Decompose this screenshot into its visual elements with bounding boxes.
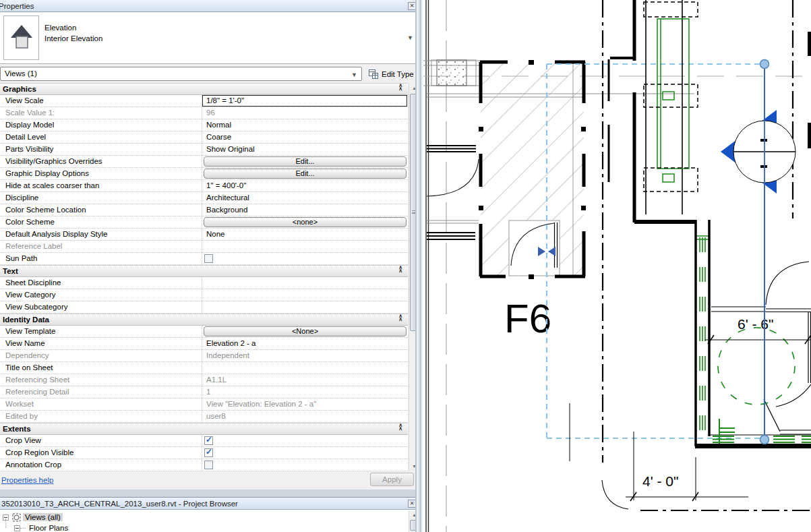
property-value-hide-at-scales-coarser-than[interactable]: 1" = 400'-0" [202,180,408,191]
property-value-graphic-display-options[interactable]: Edit... [202,168,408,179]
property-value-referencing-sheet: A1.1L [202,374,408,386]
extent-grip-top[interactable] [760,60,769,69]
annotation-crop-checkbox[interactable] [204,461,213,469]
property-label-annotation-crop: Annotation Crop [0,459,202,471]
section-header-extents[interactable]: Extents∧∧ [0,423,408,435]
property-label-view-category: View Category [0,289,202,301]
view-scale-input[interactable]: 1/8" = 1'-0" [202,95,407,107]
view-template-button[interactable]: <None> [204,326,407,336]
property-label-crop-view: Crop View [0,435,202,446]
collapse-chevron-icon[interactable]: ∧∧ [398,266,402,272]
dimension-lower-text[interactable]: 4' - 0" [642,473,678,489]
properties-titlebar[interactable]: Properties ✕ [0,0,419,12]
property-label-referencing-sheet: Referencing Sheet [0,374,202,386]
tree-expander-icon[interactable] [14,525,20,531]
properties-palette: Properties ✕ Elevation Interior Elevatio… [0,0,419,490]
property-row-referencing-detail: Referencing Detail1 [0,386,408,398]
property-value-crop-view[interactable]: ✓ [202,435,408,446]
property-value-display-model[interactable]: Normal [202,119,408,131]
property-value-sun-path[interactable] [202,253,408,264]
property-value-view-template[interactable]: <None> [202,326,408,337]
tree-item-floor-plans[interactable]: Floor Plans [14,523,70,532]
property-row-sun-path: Sun Path [0,253,408,265]
sun-path-checkbox[interactable] [204,254,213,263]
chevron-down-icon[interactable]: ▼ [407,34,413,41]
type-selector[interactable]: Elevation Interior Elevation ▼ [0,13,419,64]
crop-region-visible-checkbox[interactable]: ✓ [204,448,213,457]
tree-connector [5,519,6,528]
property-label-parts-visibility: Parts Visibility [0,144,202,155]
property-label-detail-level: Detail Level [0,131,202,143]
property-row-edited-by: Edited byuser8 [0,411,408,423]
property-label-view-name: View Name [0,338,202,349]
property-value-reference-label [202,241,408,252]
graphic-display-options-button[interactable]: Edit... [204,169,407,179]
property-value-sheet-discipline[interactable] [202,277,408,289]
collapse-chevron-icon[interactable]: ∧∧ [398,84,402,90]
property-row-workset: WorksetView "Elevation: Elevation 2 - a" [0,398,408,411]
property-value-default-analysis-display-style[interactable]: None [202,229,408,240]
color-scheme-button[interactable]: <none> [204,217,407,227]
selector-row: Views (1) ▼ Edit Type [0,65,419,82]
property-value-view-category[interactable] [202,289,408,301]
property-value-title-on-sheet[interactable] [202,362,408,374]
hatched-room[interactable] [479,60,586,279]
elevation-tag-label[interactable]: F6 [504,296,551,341]
property-row-detail-level: Detail LevelCoarse [0,131,408,144]
extent-grip-bottom[interactable] [760,436,769,444]
property-row-default-analysis-display-style: Default Analysis Display StyleNone [0,229,408,241]
property-label-hide-at-scales-coarser-than: Hide at scales coarser than [0,180,202,191]
property-row-hide-at-scales-coarser-than: Hide at scales coarser than1" = 400'-0" [0,180,408,192]
edit-type-button[interactable]: Edit Type [366,67,416,81]
crop-view-checkbox[interactable]: ✓ [204,436,213,445]
properties-grid: Graphics∧∧View Scale1/8" = 1'-0"Scale Va… [0,83,408,471]
property-row-dependency: DependencyIndependent [0,350,408,362]
drawing-canvas[interactable]: F6 [415,0,811,532]
property-row-scale-value: Scale Value 1:96 [0,107,408,119]
property-label-sheet-discipline: Sheet Discipline [0,277,202,289]
visibility-graphics-overrides-button[interactable]: Edit... [204,156,407,167]
property-label-dependency: Dependency [0,350,202,361]
property-label-visibility-graphics-overrides: Visibility/Graphics Overrides [0,156,202,167]
property-value-annotation-crop[interactable] [202,459,408,471]
property-value-view-name[interactable]: Elevation 2 - a [202,338,408,349]
property-value-discipline[interactable]: Architectural [202,192,408,204]
property-value-detail-level[interactable]: Coarse [202,131,408,143]
tree-item-label[interactable]: Floor Plans [27,524,70,532]
property-row-title-on-sheet: Title on Sheet [0,362,408,374]
chevron-down-icon: ▼ [351,71,357,78]
tree-item-views-all-[interactable]: Views (all) [3,512,63,523]
property-value-edited-by: user8 [202,411,408,422]
property-row-view-category: View Category [0,289,408,301]
property-label-view-template: View Template [0,326,202,337]
project-browser-titlebar[interactable]: 352013010_T3_ARCH_CENTRAL_2013_user8.rvt… [0,498,419,510]
section-header-graphics[interactable]: Graphics∧∧ [0,83,408,95]
property-value-visibility-graphics-overrides[interactable]: Edit... [202,156,408,167]
views-icon [11,512,22,523]
collapse-chevron-icon[interactable]: ∧∧ [398,423,402,430]
views-filter-combo[interactable]: Views (1) ▼ [0,67,362,81]
properties-help-link[interactable]: Properties help [1,476,53,484]
apply-button[interactable]: Apply [370,473,414,486]
section-header-text[interactable]: Text∧∧ [0,265,408,277]
collapse-chevron-icon[interactable]: ∧∧ [398,314,402,321]
property-value-color-scheme-location[interactable]: Background [202,204,408,216]
property-value-view-subcategory[interactable] [202,301,408,313]
tree-item-label[interactable]: Views (all) [23,513,63,521]
property-value-color-scheme[interactable]: <none> [202,216,408,228]
dimension-upper-text[interactable]: 6' - 6" [738,316,773,332]
property-value-view-scale[interactable]: 1/8" = 1'-0" [202,95,408,107]
property-label-view-scale: View Scale [0,95,202,107]
section-header-identity-data[interactable]: Identity Data∧∧ [0,314,408,326]
project-browser-panel: 352013010_T3_ARCH_CENTRAL_2013_user8.rvt… [0,497,419,532]
property-value-referencing-detail: 1 [202,386,408,398]
property-label-edited-by: Edited by [0,411,202,422]
property-row-reference-label: Reference Label [0,241,408,253]
property-label-default-analysis-display-style: Default Analysis Display Style [0,229,202,240]
property-label-crop-region-visible: Crop Region Visible [0,447,202,459]
type-family: Elevation [44,22,102,33]
type-selector-labels: Elevation Interior Elevation [44,22,102,44]
property-value-parts-visibility[interactable]: Show Original [202,144,408,155]
property-value-crop-region-visible[interactable]: ✓ [202,447,408,459]
property-label-color-scheme-location: Color Scheme Location [0,204,202,216]
